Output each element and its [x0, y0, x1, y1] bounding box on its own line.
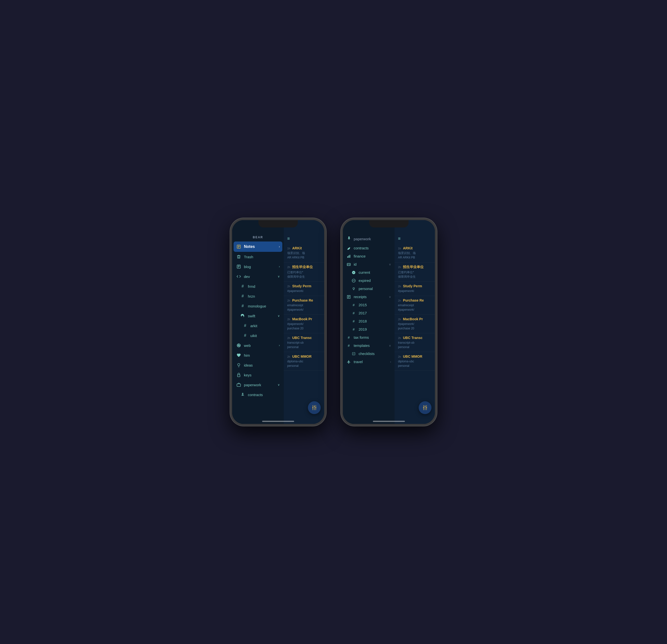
note-title: UBC MMOR	[292, 354, 312, 358]
sidebar-item-web[interactable]: web ›	[232, 340, 284, 350]
keys-label: keys	[244, 373, 280, 377]
sidebar-item-swift[interactable]: swift ∨	[232, 311, 284, 321]
note-item-macbook[interactable]: 2h MacBook Pr #paperwork/ purchase 20	[284, 315, 324, 333]
check-circle-icon	[351, 271, 356, 274]
phone-2-notes-panel: ≡ 1h ARKit 场景识别、场 AR ARKit PB 2h 招生毕业单位	[394, 220, 435, 424]
note-item-ubc-mmor[interactable]: 2h UBC MMOR diploma-ubc personal	[284, 352, 324, 371]
hash-icon-templates: #	[346, 344, 351, 348]
tag-item-current[interactable]: current	[343, 268, 394, 276]
hash-icon-taxforms: #	[346, 336, 351, 339]
note-time: 2h	[287, 318, 290, 321]
note-item-chinese[interactable]: 2h 招生毕业单位 已签约单位* 保障局毕业生	[284, 262, 324, 281]
note-item-arkit[interactable]: 1h ARKit 场景识别、场 AR ARKit PB	[284, 244, 324, 262]
sidebar-item-arkit[interactable]: # arkit	[232, 321, 284, 331]
svg-point-39	[426, 407, 427, 408]
hash-icon-2015: #	[351, 303, 356, 307]
note-preview-1: emailreceipt	[398, 303, 432, 307]
note-title: UBC Transc	[403, 336, 422, 340]
note-time: 2h	[398, 337, 401, 339]
tag-item-contracts[interactable]: contracts	[343, 244, 394, 252]
notes-toolbar-2: ≡	[394, 234, 435, 244]
note-time: 2h	[287, 355, 290, 358]
note-time: 2h	[398, 318, 401, 321]
tag-item-2015[interactable]: # 2015	[343, 301, 394, 309]
uikit-label: uikit	[250, 334, 280, 338]
tag-item-2017[interactable]: # 2017	[343, 309, 394, 317]
filter-fab-button-2[interactable]	[419, 401, 432, 414]
filter-fab-button[interactable]	[308, 401, 321, 414]
tag-item-personal[interactable]: personal	[343, 285, 394, 293]
note-preview-2: purchase 20	[398, 326, 432, 331]
note-time: 2h	[287, 299, 290, 302]
sidebar-item-paperwork[interactable]: paperwork ∨	[232, 380, 284, 390]
taxforms-tag-label: tax forms	[354, 335, 391, 339]
note-preview-1: diploma-ubc	[398, 359, 432, 364]
sidebar-item-monologue[interactable]: # monologue	[232, 301, 284, 311]
phone-2-tag-tree: paperwork contracts	[343, 220, 394, 424]
note-item-purchase[interactable]: 2h Purchase Re emailreceipt #paperwork/	[284, 296, 324, 315]
note-item-purchase-2[interactable]: 2h Purchase Re emailreceipt #paperwork/	[394, 296, 435, 315]
note-item-arkit-2[interactable]: 1h ARKit 场景识别、场 AR ARKit PB	[394, 244, 435, 262]
tag-item-finance[interactable]: finance	[343, 252, 394, 260]
bulb-icon	[236, 363, 242, 368]
templates-tag-label: templates	[354, 343, 386, 348]
note-item-ubc-transc[interactable]: 2h UBC Transc transcript-ub personal	[284, 333, 324, 352]
swift-icon	[240, 313, 245, 319]
tag-item-templates[interactable]: # templates ∨	[343, 341, 394, 350]
hash-icon-hrzn: #	[240, 293, 245, 299]
note-item-chinese-2[interactable]: 2h 招生毕业单位 已签约单位* 保障局毕业生	[394, 262, 435, 281]
svg-rect-21	[347, 256, 348, 258]
note-item-study[interactable]: 2h Study Perm #paperworki	[284, 281, 324, 296]
tag-item-expired[interactable]: expired	[343, 276, 394, 285]
tag-item-travel[interactable]: travel ›	[343, 358, 394, 366]
note-time: 2h	[398, 299, 401, 302]
svg-rect-24	[347, 263, 350, 265]
tag-item-2019[interactable]: # 2019	[343, 325, 394, 333]
note-preview-1: 已签约单位*	[398, 270, 432, 274]
sidebar-item-dev[interactable]: dev ∨	[232, 272, 284, 281]
sidebar-item-hrzn[interactable]: # hrzn	[232, 291, 284, 301]
note-preview-1: #paperworki	[398, 289, 432, 293]
contracts-icon	[240, 392, 245, 397]
note-preview-2: purchase 20	[287, 326, 321, 331]
sidebar-item-keys[interactable]: keys	[232, 370, 284, 380]
sidebar-item-blog[interactable]: blog ›	[232, 262, 284, 272]
web-chevron: ›	[279, 344, 280, 347]
tag-item-2018[interactable]: # 2018	[343, 317, 394, 325]
hash-icon-2017: #	[351, 311, 356, 315]
note-preview-1: emailreceipt	[287, 303, 321, 307]
sidebar-item-ideas[interactable]: ideas	[232, 360, 284, 370]
2018-tag-label: 2018	[359, 319, 391, 323]
svg-rect-23	[349, 255, 350, 258]
code-icon	[236, 274, 242, 279]
sidebar-item-trash[interactable]: Trash	[232, 252, 284, 262]
id-chevron: ∨	[389, 263, 391, 266]
sidebar-item-notes[interactable]: Notes ›	[233, 242, 282, 252]
note-time: 2h	[398, 285, 401, 288]
blog-chevron: ›	[279, 265, 280, 268]
dev-label: dev	[244, 274, 278, 279]
note-icon	[236, 244, 242, 249]
note-item-study-2[interactable]: 2h Study Perm #paperworki	[394, 281, 435, 296]
hamburger-icon[interactable]: ≡	[287, 236, 290, 241]
tag-item-receipts[interactable]: receipts ∨	[343, 293, 394, 301]
sidebar-item-contracts[interactable]: contracts	[232, 390, 284, 400]
paperwork-chevron: ∨	[278, 383, 280, 386]
sidebar-item-frmd[interactable]: # frmd	[232, 281, 284, 291]
sidebar-item-uikit[interactable]: # uikit	[232, 331, 284, 340]
tag-item-taxforms[interactable]: # tax forms	[343, 333, 394, 341]
note-preview-1: 场景识别、场	[398, 251, 432, 255]
id-tag-label: id	[354, 262, 386, 267]
note-item-ubc-mmor-2[interactable]: 2h UBC MMOR diploma-ubc personal	[394, 352, 435, 371]
tag-item-checklists[interactable]: checklists	[343, 350, 394, 358]
svg-point-12	[312, 407, 313, 408]
hamburger-icon-2[interactable]: ≡	[398, 236, 401, 241]
bar-icon	[346, 254, 351, 258]
tag-item-id[interactable]: id ∨	[343, 260, 394, 268]
note-item-ubc-transc-2[interactable]: 2h UBC Transc transcript-ub personal	[394, 333, 435, 352]
note-preview-1: transcript-ub	[287, 340, 321, 345]
sidebar-item-him[interactable]: him	[232, 350, 284, 360]
current-tag-label: current	[359, 270, 391, 274]
note-item-macbook-2[interactable]: 2h MacBook Pr #paperwork/ purchase 20	[394, 315, 435, 333]
hash-icon-frmd: #	[240, 284, 245, 289]
